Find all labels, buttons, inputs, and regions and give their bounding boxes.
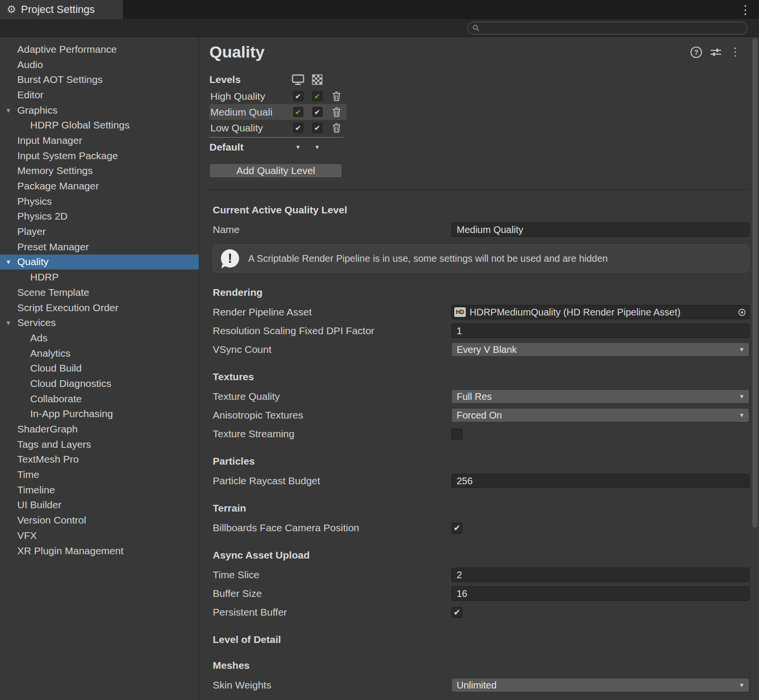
section-textures: Textures	[213, 371, 749, 383]
sidebar-item-ads[interactable]: Ads	[0, 330, 199, 346]
texture-streaming-label: Texture Streaming	[209, 428, 451, 440]
sidebar-item-xr-plugin-management[interactable]: XR Plugin Management	[0, 543, 199, 559]
sidebar-item-vfx[interactable]: VFX	[0, 528, 199, 543]
section-level-of-detail: Level of Detail	[213, 634, 749, 645]
window-menu-button[interactable]: ⋮	[732, 0, 759, 19]
check-icon: ✔	[453, 524, 460, 532]
foldout-open-icon[interactable]: ▼	[5, 106, 12, 114]
sidebar-item-services[interactable]: ▼Services	[0, 315, 199, 330]
section-particles: Particles	[213, 455, 749, 467]
sidebar-item-shadergraph[interactable]: ShaderGraph	[0, 421, 199, 437]
sidebar-item-version-control[interactable]: Version Control	[0, 513, 199, 528]
delete-level-button[interactable]	[332, 123, 341, 133]
sidebar-item-collaborate[interactable]: Collaborate	[0, 391, 199, 407]
presets-icon[interactable]	[710, 47, 722, 57]
section-rendering: Rendering	[213, 287, 749, 298]
srp-info-box: ! A Scriptable Render Pipeline is in use…	[213, 245, 749, 272]
sidebar-item-hdrp[interactable]: HDRP	[0, 269, 199, 285]
tab-title: Project Settings	[21, 3, 95, 16]
section-async-asset-upload: Async Asset Upload	[213, 549, 749, 561]
sidebar-item-tags-and-layers[interactable]: Tags and Layers	[0, 437, 199, 452]
page-title: Quality	[209, 43, 264, 61]
anisotropic-textures-label: Anisotropic Textures	[209, 409, 451, 421]
time-slice-label: Time Slice	[209, 569, 451, 581]
quality-level-row-medium[interactable]: Medium Quali ✔ ✔	[209, 104, 346, 120]
quality-level-row-low[interactable]: Low Quality ✔ ✔	[209, 120, 346, 136]
sidebar-item-cloud-diagnostics[interactable]: Cloud Diagnostics	[0, 376, 199, 391]
help-icon[interactable]: ?	[690, 47, 702, 58]
add-quality-level-button[interactable]: Add Quality Level	[209, 163, 342, 178]
render-pipeline-asset-field[interactable]: HD HDRPMediumQuality (HD Render Pipeline…	[451, 305, 749, 319]
section-meshes: Meshes	[213, 660, 749, 671]
sidebar-item-script-execution-order[interactable]: Script Execution Order	[0, 300, 199, 315]
sidebar-item-timeline[interactable]: Timeline	[0, 482, 199, 498]
anisotropic-textures-dropdown[interactable]: Forced On ▼	[451, 408, 749, 422]
delete-level-button[interactable]	[332, 91, 341, 101]
default-dropdown-col2-icon[interactable]: ▼	[314, 144, 320, 151]
sidebar-item-editor[interactable]: Editor	[0, 87, 199, 103]
sidebar-item-hdrp-global-settings[interactable]: HDRP Global Settings	[0, 117, 199, 133]
time-slice-field[interactable]: 2	[451, 568, 749, 582]
particle-raycast-budget-field[interactable]: 256	[451, 474, 749, 488]
level-checkbox-col1[interactable]: ✔	[293, 123, 303, 133]
billboards-face-camera-checkbox[interactable]: ✔	[451, 523, 462, 534]
section-terrain: Terrain	[213, 502, 749, 514]
sidebar-item-preset-manager[interactable]: Preset Manager	[0, 239, 199, 255]
project-settings-window: ⚙ Project Settings ⋮ Adaptive Performanc…	[0, 0, 759, 700]
search-box[interactable]	[467, 22, 748, 35]
sidebar-item-player[interactable]: Player	[0, 224, 199, 239]
check-icon: ✔	[314, 108, 321, 116]
chevron-down-icon: ▼	[739, 393, 745, 400]
delete-level-button[interactable]	[332, 107, 341, 117]
level-checkbox-col1[interactable]: ✔	[293, 107, 303, 117]
sidebar-item-cloud-build[interactable]: Cloud Build	[0, 361, 199, 376]
sidebar-item-audio[interactable]: Audio	[0, 57, 199, 72]
sidebar-item-input-system-package[interactable]: Input System Package	[0, 148, 199, 163]
levels-table-underline	[209, 137, 344, 138]
sidebar-item-physics-2d[interactable]: Physics 2D	[0, 209, 199, 224]
level-checkbox-col1[interactable]: ✔	[293, 91, 303, 101]
scrollbar-thumb[interactable]	[752, 38, 758, 527]
desktop-platform-icon	[288, 74, 308, 85]
quality-level-row-high[interactable]: High Quality ✔ ✔	[209, 88, 346, 104]
dpi-factor-field[interactable]: 1	[451, 324, 749, 338]
texture-platform-icon	[308, 74, 327, 85]
search-input[interactable]	[483, 23, 742, 33]
sidebar-item-textmesh-pro[interactable]: TextMesh Pro	[0, 452, 199, 467]
buffer-size-field[interactable]: 16	[451, 586, 749, 601]
level-checkbox-col2[interactable]: ✔	[312, 91, 322, 101]
tab-project-settings[interactable]: ⚙ Project Settings	[0, 0, 124, 19]
sidebar-item-package-manager[interactable]: Package Manager	[0, 178, 199, 194]
level-checkbox-col2[interactable]: ✔	[312, 123, 322, 133]
persistent-buffer-checkbox[interactable]: ✔	[451, 607, 462, 618]
texture-quality-dropdown[interactable]: Full Res ▼	[451, 389, 749, 404]
search-icon	[472, 24, 480, 32]
vertical-scrollbar[interactable]	[750, 37, 759, 700]
texture-streaming-checkbox[interactable]: ✔	[451, 429, 462, 440]
level-checkbox-col2[interactable]: ✔	[312, 107, 322, 117]
foldout-open-icon[interactable]: ▼	[5, 258, 12, 266]
toolbar	[0, 19, 759, 37]
sidebar-item-memory-settings[interactable]: Memory Settings	[0, 163, 199, 179]
titlebar: ⚙ Project Settings ⋮	[0, 0, 759, 19]
sidebar-item-analytics[interactable]: Analytics	[0, 346, 199, 361]
sidebar-item-input-manager[interactable]: Input Manager	[0, 133, 199, 148]
check-icon: ✔	[314, 124, 321, 131]
default-dropdown-col1-icon[interactable]: ▼	[295, 144, 301, 151]
name-field[interactable]: Medium Quality	[451, 222, 749, 237]
sidebar-item-time[interactable]: Time	[0, 467, 199, 482]
panel-menu-icon[interactable]: ⋮	[730, 46, 741, 58]
hdrp-asset-icon: HD	[454, 307, 466, 317]
sidebar-item-graphics[interactable]: ▼Graphics	[0, 103, 199, 118]
sidebar-item-adaptive-performance[interactable]: Adaptive Performance	[0, 42, 199, 57]
foldout-open-icon[interactable]: ▼	[5, 319, 12, 327]
skin-weights-dropdown[interactable]: Unlimited ▼	[451, 678, 749, 692]
sidebar-item-in-app-purchasing[interactable]: In-App Purchasing	[0, 407, 199, 422]
vsync-count-dropdown[interactable]: Every V Blank ▼	[451, 342, 749, 357]
sidebar-item-ui-builder[interactable]: UI Builder	[0, 498, 199, 513]
sidebar-item-physics[interactable]: Physics	[0, 194, 199, 209]
sidebar-item-scene-template[interactable]: Scene Template	[0, 285, 199, 300]
sidebar-item-burst-aot-settings[interactable]: Burst AOT Settings	[0, 72, 199, 87]
object-picker-icon[interactable]	[736, 307, 747, 317]
sidebar-item-quality[interactable]: ▼Quality	[0, 255, 199, 270]
